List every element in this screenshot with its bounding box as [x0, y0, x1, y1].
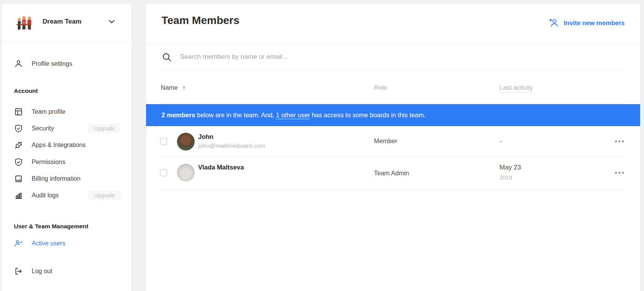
divider	[160, 103, 626, 103]
settings-sidebar: Dream Team Profile settings Account Team…	[2, 4, 131, 291]
sidebar-item-team-profile[interactable]: Team profile	[14, 106, 121, 118]
team-name: Dream Team	[42, 18, 82, 26]
sidebar-item-label: Billing information	[32, 175, 80, 182]
add-person-icon	[549, 18, 559, 28]
member-role: Team Admin	[374, 169, 409, 177]
team-illustration-icon	[14, 12, 34, 32]
shield-check-icon	[14, 124, 23, 133]
team-switcher[interactable]: Dream Team	[2, 4, 131, 41]
divider	[161, 71, 626, 71]
divider	[160, 156, 626, 157]
column-header-role[interactable]: Role	[374, 84, 387, 91]
plug-icon	[14, 140, 23, 150]
member-last-activity: -	[500, 137, 502, 145]
sidebar-item-label: Audit logs	[32, 192, 59, 199]
row-menu-button[interactable]	[615, 172, 624, 174]
sidebar-item-apps-integrations[interactable]: Apps & Integrations	[14, 139, 121, 151]
row-checkbox[interactable]	[160, 169, 167, 176]
column-header-name-label: Name	[161, 84, 178, 91]
sidebar-item-label: Apps & Integrations	[32, 142, 86, 149]
sidebar-section-account: Account	[14, 87, 38, 94]
member-email: john@realtimeboard.com	[198, 142, 265, 149]
sidebar-item-label: Active users	[32, 240, 65, 247]
upgrade-badge[interactable]: Upgrade	[88, 123, 121, 134]
sidebar-item-profile-settings[interactable]: Profile settings	[14, 58, 121, 70]
column-header-last-activity[interactable]: Last activity	[500, 84, 533, 92]
sidebar-item-permissions[interactable]: Permissions	[14, 156, 121, 168]
sidebar-item-billing[interactable]: Billing information	[14, 173, 121, 185]
invite-new-members-button[interactable]: Invite new members	[549, 18, 625, 28]
sidebar-item-active-users[interactable]: Active users	[14, 238, 121, 249]
bar-chart-icon	[14, 191, 23, 200]
search-icon	[162, 52, 172, 62]
members-info-banner: 2 members below are in the team. And, 1 …	[146, 104, 640, 126]
shield-check-icon	[14, 157, 23, 167]
chevron-down-icon	[109, 20, 115, 24]
divider	[160, 189, 626, 190]
sidebar-item-label: Permissions	[32, 159, 65, 166]
banner-text: below are in the team. And,	[195, 111, 276, 119]
banner-member-count: 2 members	[161, 111, 195, 119]
column-header-name[interactable]: Name↑	[161, 84, 185, 91]
member-avatar	[177, 133, 195, 151]
upgrade-badge[interactable]: Upgrade	[88, 190, 121, 200]
person-icon	[14, 59, 23, 68]
sidebar-item-label: Log out	[32, 268, 52, 275]
sidebar-item-label: Security	[32, 125, 54, 132]
banner-other-user-link[interactable]: 1 other user	[276, 111, 310, 119]
search-members-input[interactable]	[180, 51, 528, 63]
member-last-activity-year: 2019	[500, 175, 512, 181]
billing-card-icon	[14, 174, 23, 183]
sidebar-item-audit-logs[interactable]: Audit logs Upgrade	[14, 190, 121, 201]
page-title: Team Members	[161, 14, 240, 27]
person-check-icon	[14, 239, 23, 248]
member-name: John	[198, 133, 213, 140]
banner-text: has access to some boards in this team.	[310, 111, 425, 119]
sidebar-item-label: Team profile	[32, 108, 65, 115]
sidebar-item-log-out[interactable]: Log out	[14, 265, 121, 277]
member-name: Vlada Maltseva	[198, 164, 244, 171]
sidebar-section-user-team-management: User & Team Management	[14, 223, 88, 230]
row-menu-button[interactable]	[615, 140, 624, 142]
member-role: Member	[374, 137, 398, 145]
row-checkbox[interactable]	[160, 138, 167, 145]
sidebar-item-security[interactable]: Security Upgrade	[14, 123, 121, 134]
member-last-activity: May 23	[500, 164, 521, 171]
divider	[146, 43, 640, 44]
layout-icon	[14, 107, 23, 116]
sidebar-item-label: Profile settings	[32, 60, 72, 67]
invite-new-members-label: Invite new members	[564, 19, 625, 27]
team-members-panel: Team Members Invite new members Name↑ Ro…	[146, 4, 640, 291]
member-avatar	[177, 164, 195, 181]
log-out-icon	[14, 267, 23, 276]
sort-ascending-icon: ↑	[182, 84, 185, 91]
